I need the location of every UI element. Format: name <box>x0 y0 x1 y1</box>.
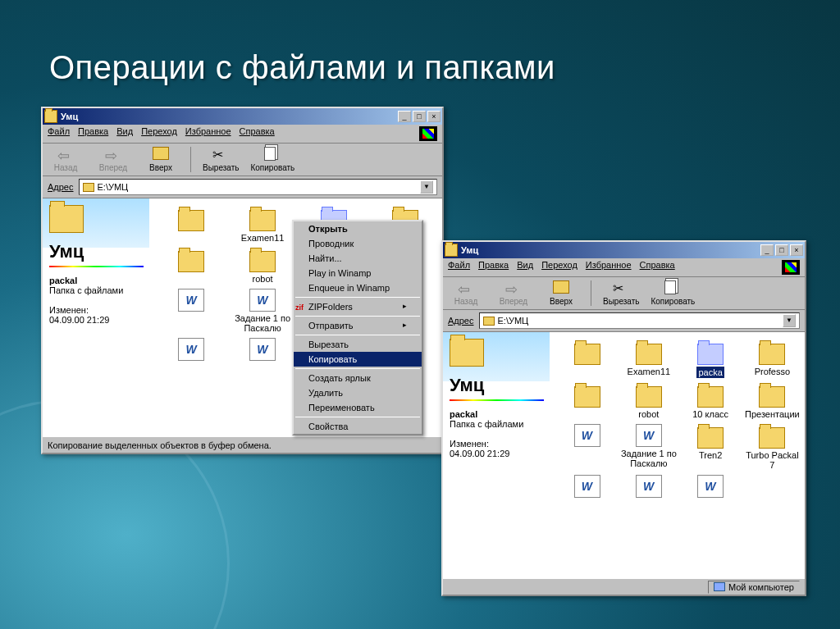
ctx-enqueue-winamp[interactable]: Enqueue in Winamp <box>294 280 422 295</box>
up-button[interactable]: Вверх <box>143 147 179 172</box>
menu-file[interactable]: Файл <box>448 260 470 275</box>
folder-icon <box>636 386 662 408</box>
copy-button[interactable]: Копировать <box>250 147 294 172</box>
modified-value: 04.09.00 21:29 <box>49 315 144 325</box>
file-item[interactable] <box>229 338 297 362</box>
file-item[interactable] <box>619 475 678 499</box>
ctx-zipfolders[interactable]: zifZIPFolders <box>294 299 422 314</box>
dropdown-icon[interactable]: ▼ <box>420 180 433 194</box>
titlebar[interactable]: Умц _ □ × <box>43 108 442 125</box>
document-icon <box>178 289 204 312</box>
file-item[interactable] <box>158 338 226 362</box>
computer-icon <box>714 582 725 591</box>
cut-button[interactable]: Вырезать <box>203 147 239 172</box>
menu-edit[interactable]: Правка <box>478 260 509 275</box>
menu-fav[interactable]: Избранное <box>586 260 632 275</box>
titlebar[interactable]: Умц _ □ × <box>443 242 805 258</box>
file-label: robot <box>638 409 659 419</box>
rainbow-divider <box>450 399 544 401</box>
address-input[interactable]: E:\УМЦ ▼ <box>479 312 801 329</box>
menubar: Файл Правка Вид Переход Избранное Справк… <box>443 258 805 277</box>
file-label: packa <box>696 367 724 378</box>
close-button[interactable]: × <box>790 244 803 256</box>
file-item[interactable]: Презентации <box>743 383 801 419</box>
file-label: robot <box>253 274 273 284</box>
folder-icon <box>249 210 276 231</box>
menu-go[interactable]: Переход <box>141 126 177 141</box>
ctx-send[interactable]: Отправить <box>294 318 422 333</box>
file-item[interactable] <box>158 289 226 333</box>
maximize-button[interactable]: □ <box>413 111 426 122</box>
ctx-play-winamp[interactable]: Play in Winamp <box>294 266 422 280</box>
address-input[interactable]: E:\УМЦ ▼ <box>79 179 438 195</box>
file-item[interactable] <box>558 475 616 499</box>
ctx-delete[interactable]: Удалить <box>294 385 422 400</box>
file-label: Examen11 <box>628 367 671 376</box>
copy-button[interactable]: Копировать <box>651 280 695 306</box>
folder-icon <box>759 427 785 449</box>
folder-icon <box>574 386 600 408</box>
content-area: Умц packal Папка с файлами Изменен: 04.0… <box>443 332 805 578</box>
menu-file[interactable]: Файл <box>48 126 70 141</box>
menu-edit[interactable]: Правка <box>78 126 108 141</box>
file-label: Professo <box>755 367 790 376</box>
ctx-copy[interactable]: Копировать <box>294 352 422 367</box>
close-button[interactable]: × <box>427 111 441 122</box>
file-item[interactable]: Задание 1 по Паскалю <box>229 289 297 333</box>
ctx-explorer[interactable]: Проводник <box>294 236 422 251</box>
dropdown-icon[interactable]: ▼ <box>783 314 796 327</box>
file-item[interactable]: Examen11 <box>229 207 297 243</box>
ctx-props[interactable]: Свойства <box>294 419 422 434</box>
forward-button[interactable]: Вперед <box>495 280 532 306</box>
back-button[interactable]: Назад <box>48 147 84 172</box>
minimize-button[interactable]: _ <box>398 111 411 122</box>
address-value: E:\УМЦ <box>498 316 529 326</box>
menu-help[interactable]: Справка <box>240 126 275 141</box>
menu-fav[interactable]: Избранное <box>185 126 231 141</box>
address-label: Адрес <box>48 182 74 192</box>
file-item[interactable]: Professo <box>743 340 801 378</box>
up-button[interactable]: Вверх <box>543 280 579 306</box>
ctx-find[interactable]: Найти... <box>294 251 422 266</box>
status-pane: Мой компьютер <box>708 581 800 594</box>
ctx-rename[interactable]: Переименовать <box>294 400 422 415</box>
file-item[interactable] <box>682 475 740 499</box>
address-value: E:\УМЦ <box>98 182 129 192</box>
file-item[interactable]: Задание 1 по Паскалю <box>619 424 678 470</box>
file-item[interactable] <box>158 207 226 243</box>
file-item[interactable]: Tren2 <box>682 424 740 470</box>
file-item[interactable]: robot <box>619 383 678 419</box>
forward-button[interactable]: Вперед <box>95 147 131 172</box>
file-item[interactable] <box>158 248 226 284</box>
ctx-shortcut[interactable]: Создать ярлык <box>294 371 422 385</box>
menu-help[interactable]: Справка <box>640 260 675 275</box>
menu-view[interactable]: Вид <box>116 126 133 141</box>
file-item[interactable]: Turbo Packal 7 <box>743 424 801 470</box>
maximize-button[interactable]: □ <box>775 244 788 256</box>
toolbar: Назад Вперед Вверх Вырезать Копировать <box>443 277 805 310</box>
cut-button[interactable]: Вырезать <box>603 280 639 306</box>
file-item[interactable]: packa <box>682 340 740 378</box>
modified-label: Изменен: <box>450 439 544 449</box>
menu-go[interactable]: Переход <box>541 260 578 275</box>
file-item[interactable] <box>558 424 616 470</box>
file-item[interactable] <box>558 340 616 378</box>
menu-view[interactable]: Вид <box>517 260 533 275</box>
ctx-open[interactable]: Открыть <box>294 221 422 236</box>
minimize-button[interactable]: _ <box>760 244 774 256</box>
back-button[interactable]: Назад <box>448 280 484 306</box>
file-item[interactable]: 10 класс <box>682 383 740 419</box>
separator <box>295 297 420 298</box>
file-item[interactable] <box>558 383 616 419</box>
zip-icon: zif <box>295 303 307 312</box>
address-label: Адрес <box>448 316 474 326</box>
file-item[interactable]: Examen11 <box>619 340 678 378</box>
window-2: Умц _ □ × Файл Правка Вид Переход Избран… <box>441 240 806 596</box>
file-label: Turbo Packal 7 <box>743 450 801 470</box>
folder-icon <box>49 205 84 233</box>
file-item[interactable]: robot <box>229 248 297 284</box>
document-icon <box>249 289 276 312</box>
selection-name: packal <box>49 276 144 285</box>
toolbar: Назад Вперед Вверх Вырезать Копировать <box>43 144 442 176</box>
ctx-cut[interactable]: Вырезать <box>294 337 422 352</box>
